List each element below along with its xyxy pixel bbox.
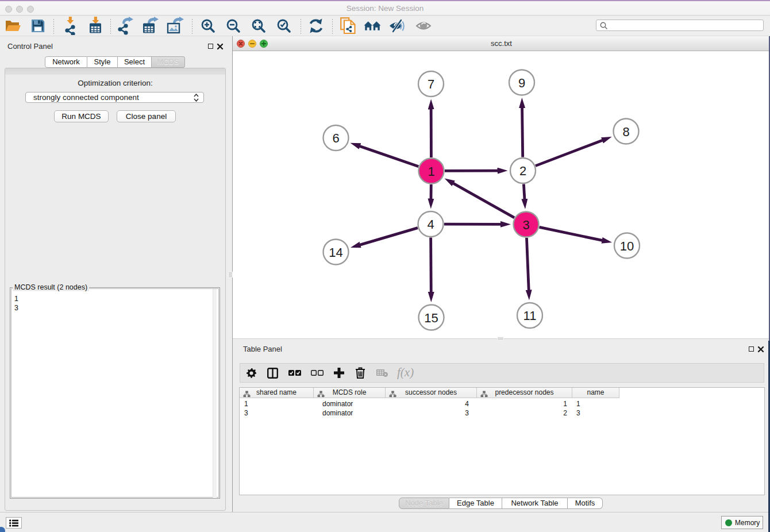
svg-text:15: 15 — [424, 311, 438, 325]
svg-text:4: 4 — [427, 217, 434, 232]
svg-text:9: 9 — [518, 76, 525, 90]
svg-text:7: 7 — [428, 77, 434, 91]
svg-text:6: 6 — [332, 131, 339, 145]
svg-text:10: 10 — [620, 239, 634, 253]
svg-text:2: 2 — [519, 164, 526, 178]
svg-text:11: 11 — [523, 309, 537, 323]
svg-text:3: 3 — [522, 218, 529, 232]
svg-text:1: 1 — [428, 164, 434, 179]
svg-text:8: 8 — [622, 125, 629, 139]
svg-text:14: 14 — [329, 245, 342, 260]
